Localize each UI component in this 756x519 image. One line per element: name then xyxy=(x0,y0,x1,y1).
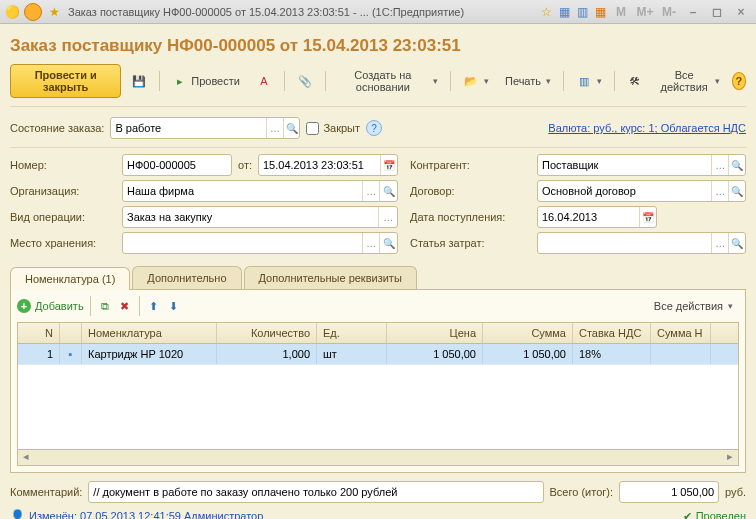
closed-checkbox-input[interactable] xyxy=(306,122,319,135)
comment-input[interactable] xyxy=(89,486,542,498)
all-actions-button[interactable]: Все действия xyxy=(653,66,726,96)
recv-input[interactable] xyxy=(538,211,639,223)
horizontal-scrollbar[interactable]: ◂ ▸ xyxy=(17,450,739,466)
cost-label: Статья затрат: xyxy=(410,237,525,249)
close-button[interactable]: × xyxy=(730,3,752,21)
cost-search-button[interactable]: 🔍 xyxy=(728,233,745,253)
storage-input[interactable] xyxy=(123,237,362,249)
title-bar: 🟡 ★ Заказ поставщику НФ00-000005 от 15.0… xyxy=(0,0,756,24)
tab-extra[interactable]: Дополнительно xyxy=(132,266,241,289)
grid-header: N Номенклатура Количество Ед. Цена Сумма… xyxy=(18,323,738,344)
status-search-button[interactable]: 🔍 xyxy=(283,118,300,138)
form-grid: Номер: от: 📅 Контрагент: …🔍 Организация:… xyxy=(10,148,746,260)
total-input xyxy=(620,486,718,498)
storage-label: Место хранения: xyxy=(10,237,110,249)
org-search-button[interactable]: 🔍 xyxy=(379,181,397,201)
org-input[interactable] xyxy=(123,185,362,197)
col-unit[interactable]: Ед. xyxy=(317,323,387,343)
report-button[interactable]: ▥ xyxy=(570,70,608,92)
cost-input[interactable] xyxy=(538,237,711,249)
cost-choose-button[interactable]: … xyxy=(711,233,728,253)
mem-mminus[interactable]: M- xyxy=(658,3,680,21)
user-icon: 👤 xyxy=(10,509,25,519)
number-input[interactable] xyxy=(123,159,231,171)
grid-icon[interactable]: ▦ xyxy=(556,4,572,20)
main-toolbar: Провести и закрыть 💾 ▸Провести A 📎 Созда… xyxy=(10,64,746,107)
min-button[interactable]: – xyxy=(682,3,704,21)
star-icon[interactable]: ★ xyxy=(46,4,62,20)
date-input[interactable] xyxy=(259,159,380,171)
move-up-icon[interactable]: ⬆ xyxy=(146,298,162,314)
storage-search-button[interactable]: 🔍 xyxy=(379,233,397,253)
counter-input[interactable] xyxy=(538,159,711,171)
post-and-close-button[interactable]: Провести и закрыть xyxy=(10,64,121,98)
tab-extra-requisites[interactable]: Дополнительные реквизиты xyxy=(244,266,417,289)
date-picker-button[interactable]: 📅 xyxy=(380,155,397,175)
calendar-icon[interactable]: ▦ xyxy=(592,4,608,20)
col-qty[interactable]: Количество xyxy=(217,323,317,343)
scroll-left-icon[interactable]: ◂ xyxy=(18,450,34,465)
folder-button[interactable]: 📂 xyxy=(457,70,495,92)
col-icon[interactable] xyxy=(60,323,82,343)
add-button[interactable]: +Добавить xyxy=(17,299,84,313)
fav-icon[interactable]: ☆ xyxy=(538,4,554,20)
tabs: Номенклатура (1) Дополнительно Дополните… xyxy=(10,266,746,290)
status-input-wrap: … 🔍 xyxy=(110,117,300,139)
posted-badge: Проведен xyxy=(683,510,746,520)
create-based-button[interactable]: Создать на основании xyxy=(332,66,445,96)
save-button[interactable]: 💾 xyxy=(125,70,153,92)
comment-label: Комментарий: xyxy=(10,486,82,498)
window-title: Заказ поставщику НФ00-000005 от 15.04.20… xyxy=(66,6,534,18)
post-button[interactable]: ▸Провести xyxy=(166,70,246,92)
mem-m[interactable]: M xyxy=(610,3,632,21)
copy-icon[interactable]: ⧉ xyxy=(97,298,113,314)
status-choose-button[interactable]: … xyxy=(266,118,283,138)
print-button[interactable]: Печать xyxy=(499,72,557,90)
col-n[interactable]: N xyxy=(18,323,60,343)
changed-link[interactable]: Изменён: 07.05.2013 12:41:59 Администрат… xyxy=(29,510,263,519)
paperclip-icon: 📎 xyxy=(297,73,313,89)
scroll-right-icon[interactable]: ▸ xyxy=(722,450,738,465)
help-button[interactable]: ? xyxy=(732,72,746,90)
optype-choose-button[interactable]: … xyxy=(378,207,397,227)
closed-checkbox[interactable]: Закрыт xyxy=(306,122,360,135)
tab-toolbar: +Добавить ⧉ ✖ ⬆ ⬇ Все действия xyxy=(17,296,739,322)
col-sum[interactable]: Сумма xyxy=(483,323,573,343)
items-grid[interactable]: N Номенклатура Количество Ед. Цена Сумма… xyxy=(17,322,739,450)
col-vat[interactable]: Ставка НДС xyxy=(573,323,651,343)
org-choose-button[interactable]: … xyxy=(362,181,380,201)
mem-mplus[interactable]: M+ xyxy=(634,3,656,21)
tab-all-actions-button[interactable]: Все действия xyxy=(648,297,739,315)
status-label: Состояние заказа: xyxy=(10,122,104,134)
contract-search-button[interactable]: 🔍 xyxy=(728,181,745,201)
total-label: Всего (итог): xyxy=(550,486,613,498)
table-row[interactable]: 1 ▪ Картридж HP 1020 1,000 шт 1 050,00 1… xyxy=(18,344,738,365)
col-vsum[interactable]: Сумма Н xyxy=(651,323,711,343)
restore-button[interactable]: ◻ xyxy=(706,3,728,21)
number-label: Номер: xyxy=(10,159,110,171)
nav-back-icon[interactable] xyxy=(24,3,42,21)
attach-button[interactable]: 📎 xyxy=(291,70,319,92)
status-input[interactable] xyxy=(111,122,266,134)
contract-input[interactable] xyxy=(538,185,711,197)
tab-items[interactable]: Номенклатура (1) xyxy=(10,267,130,290)
move-down-icon[interactable]: ⬇ xyxy=(166,298,182,314)
row-status-icon: ▪ xyxy=(60,344,82,364)
tools-button[interactable]: 🛠 xyxy=(621,70,649,92)
storage-choose-button[interactable]: … xyxy=(362,233,380,253)
contract-label: Договор: xyxy=(410,185,525,197)
calc-icon[interactable]: ▥ xyxy=(574,4,590,20)
delete-icon[interactable]: ✖ xyxy=(117,298,133,314)
akt-icon: A xyxy=(256,73,272,89)
currency-link[interactable]: Валюта: руб., курс: 1; Облагается НДС xyxy=(548,122,746,134)
info-icon[interactable]: ? xyxy=(366,120,382,136)
contract-choose-button[interactable]: … xyxy=(711,181,728,201)
markup-button[interactable]: A xyxy=(250,70,278,92)
optype-input[interactable] xyxy=(123,211,378,223)
col-name[interactable]: Номенклатура xyxy=(82,323,217,343)
col-price[interactable]: Цена xyxy=(387,323,483,343)
counter-choose-button[interactable]: … xyxy=(711,155,728,175)
recv-picker-button[interactable]: 📅 xyxy=(639,207,656,227)
wrench-icon: 🛠 xyxy=(627,73,643,89)
counter-search-button[interactable]: 🔍 xyxy=(728,155,745,175)
